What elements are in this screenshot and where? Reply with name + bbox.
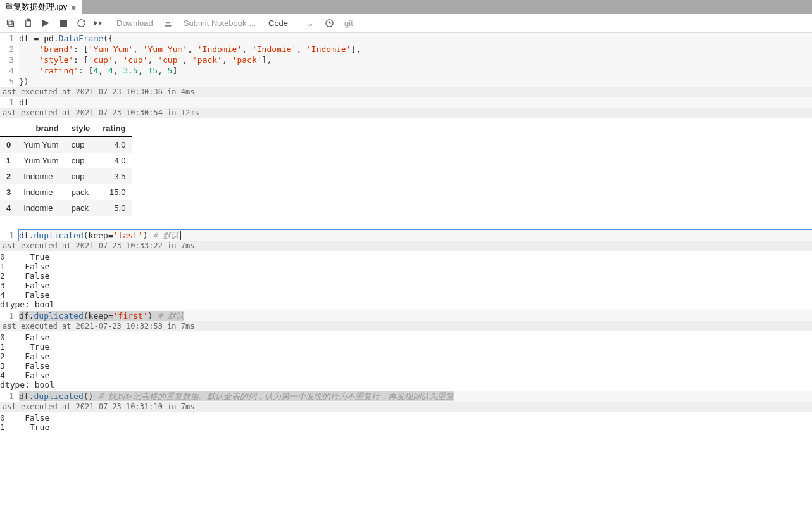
code-editor[interactable]: df.duplicated(keep='first') # 默认 <box>19 310 812 321</box>
celltype-label: Code <box>268 18 288 28</box>
dataframe-output: brandstylerating0Yum Yumcup4.01Yum Yumcu… <box>0 120 132 216</box>
tab-title: 重复数据处理.ipy <box>5 1 67 13</box>
line-gutter: 1 <box>0 97 19 108</box>
svg-rect-5 <box>60 20 67 27</box>
paste-icon[interactable] <box>20 16 35 31</box>
toolbar: Download Submit Notebook ... Code ⌄ git <box>0 14 812 33</box>
cell-output: 0 False 1 True <box>0 412 812 433</box>
svg-marker-4 <box>42 20 49 27</box>
code-editor[interactable]: df <box>19 97 812 108</box>
code-cell[interactable]: 1 df.duplicated(keep='last') # 默认 <box>0 230 812 241</box>
exec-status: ast executed at 2021-07-23 10:30:36 in 4… <box>0 87 812 97</box>
code-editor[interactable]: df = pd.DataFrame({ 'brand': ['Yum Yum',… <box>19 33 812 87</box>
fast-forward-icon[interactable] <box>91 16 106 31</box>
code-editor[interactable]: df.duplicated() # 找到标记表格的重复数据。默认全表的列，认为第… <box>19 391 812 402</box>
tab-bar: 重复数据处理.ipy ● <box>0 0 812 14</box>
chevron-down-icon: ⌄ <box>307 18 314 28</box>
cell-output: 0 True 1 False 2 False 3 False 4 False d… <box>0 251 812 310</box>
code-cell[interactable]: 12345 df = pd.DataFrame({ 'brand': ['Yum… <box>0 33 812 87</box>
line-gutter: 1 <box>0 391 19 402</box>
file-tab[interactable]: 重复数据处理.ipy ● <box>0 0 82 14</box>
git-link[interactable]: git <box>339 18 358 28</box>
svg-marker-6 <box>94 21 98 25</box>
code-cell[interactable]: 1 df.duplicated() # 找到标记表格的重复数据。默认全表的列，认… <box>0 391 812 402</box>
code-cell[interactable]: 1 df.duplicated(keep='first') # 默认 <box>0 310 812 321</box>
code-cell[interactable]: 1 df <box>0 97 812 108</box>
copy-icon[interactable] <box>3 16 18 31</box>
line-gutter: 12345 <box>0 33 19 87</box>
celltype-selector[interactable]: Code ⌄ <box>263 18 319 28</box>
exec-status: ast executed at 2021-07-23 10:32:53 in 7… <box>0 321 812 331</box>
download-icon[interactable] <box>161 16 176 31</box>
exec-status: ast executed at 2021-07-23 10:33:22 in 7… <box>0 241 812 251</box>
clock-icon[interactable] <box>322 16 337 31</box>
exec-status: ast executed at 2021-07-23 10:30:54 in 1… <box>0 108 812 118</box>
stop-icon[interactable] <box>56 16 71 31</box>
unsaved-indicator-icon: ● <box>71 2 76 12</box>
svg-marker-7 <box>99 21 103 25</box>
line-gutter: 1 <box>0 230 19 241</box>
svg-rect-0 <box>9 22 14 27</box>
cell-output: 0 False 1 True 2 False 3 False 4 False d… <box>0 331 812 391</box>
run-icon[interactable] <box>38 16 53 31</box>
submit-link[interactable]: Submit Notebook ... <box>178 18 261 28</box>
svg-rect-1 <box>7 20 12 25</box>
line-gutter: 1 <box>0 310 19 321</box>
exec-status: ast executed at 2021-07-23 10:31:10 in 7… <box>0 402 812 412</box>
code-editor[interactable]: df.duplicated(keep='last') # 默认 <box>19 230 812 241</box>
restart-icon[interactable] <box>73 16 89 31</box>
download-link[interactable]: Download <box>111 18 158 28</box>
